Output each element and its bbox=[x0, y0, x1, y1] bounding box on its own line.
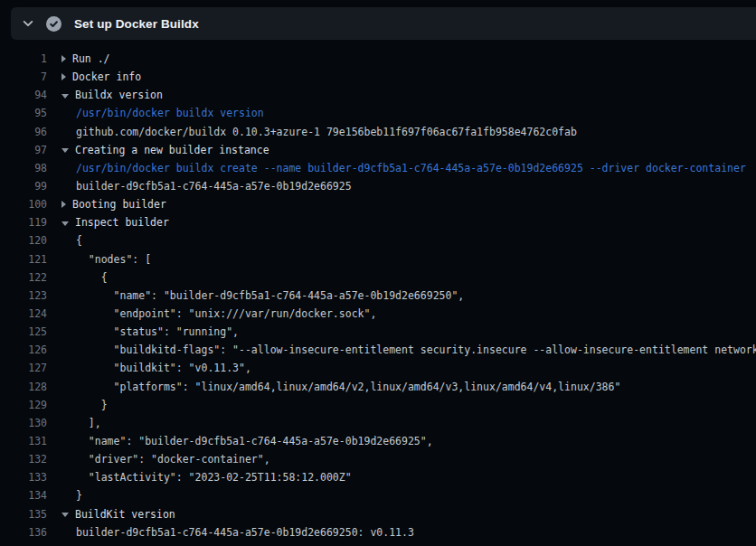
line-number[interactable]: 125 bbox=[0, 323, 47, 341]
line-number[interactable]: 100 bbox=[0, 195, 47, 213]
line-number[interactable]: 131 bbox=[0, 432, 47, 450]
log-group-header[interactable]: BuildKit version bbox=[61, 505, 756, 523]
log-line: 95/usr/bin/docker buildx version bbox=[0, 104, 756, 122]
line-number[interactable]: 119 bbox=[0, 213, 47, 231]
line-number[interactable]: 135 bbox=[0, 505, 47, 523]
triangle-down-icon bbox=[61, 221, 69, 226]
line-number[interactable]: 129 bbox=[0, 396, 47, 414]
line-number[interactable]: 97 bbox=[0, 141, 47, 159]
line-number[interactable]: 134 bbox=[0, 486, 47, 504]
log-group-header[interactable]: Buildx version bbox=[61, 86, 756, 104]
triangle-right-icon bbox=[61, 201, 66, 208]
step-header[interactable]: Set up Docker Buildx bbox=[11, 7, 756, 40]
line-number[interactable]: 121 bbox=[0, 250, 47, 268]
log-line: 96github.com/docker/buildx 0.10.3+azure-… bbox=[0, 123, 756, 141]
log-line: 135BuildKit version bbox=[0, 505, 756, 523]
line-number[interactable]: 130 bbox=[0, 414, 47, 432]
log-output-text: "buildkit": "v0.11.3", bbox=[61, 359, 756, 377]
line-number[interactable]: 123 bbox=[0, 287, 47, 305]
log-output-text: } bbox=[61, 396, 756, 414]
log-group-header[interactable]: Creating a new builder instance bbox=[61, 141, 756, 159]
group-title: Docker info bbox=[72, 68, 141, 86]
triangle-down-icon bbox=[61, 148, 69, 153]
log-output-text: github.com/docker/buildx 0.10.3+azure-1 … bbox=[61, 123, 756, 141]
log-line: 94Buildx version bbox=[0, 86, 756, 104]
line-number[interactable]: 136 bbox=[0, 523, 47, 541]
group-title: Inspect builder bbox=[75, 213, 169, 231]
log-line: 7Docker info bbox=[0, 68, 756, 86]
group-title: Buildx version bbox=[75, 86, 163, 104]
log-group-header[interactable]: Run ./ bbox=[61, 50, 756, 68]
log-line: 127 "buildkit": "v0.11.3", bbox=[0, 359, 756, 377]
log-group-header[interactable]: Booting builder bbox=[61, 195, 756, 213]
log-line: 126 "buildkitd-flags": "--allow-insecure… bbox=[0, 341, 756, 359]
line-number[interactable]: 126 bbox=[0, 341, 47, 359]
line-number[interactable]: 95 bbox=[0, 104, 47, 122]
log: 1Run ./7Docker info94Buildx version95/us… bbox=[0, 50, 756, 541]
group-title: Creating a new builder instance bbox=[75, 141, 269, 159]
log-line: 97Creating a new builder instance bbox=[0, 141, 756, 159]
line-number[interactable]: 7 bbox=[0, 68, 47, 86]
line-number[interactable]: 94 bbox=[0, 86, 47, 104]
log-line: 136builder-d9cfb5a1-c764-445a-a57e-0b19d… bbox=[0, 523, 756, 541]
triangle-down-icon bbox=[61, 513, 69, 517]
log-line: 128 "platforms": "linux/amd64,linux/amd6… bbox=[0, 378, 756, 396]
group-title: Booting builder bbox=[72, 195, 166, 213]
line-number[interactable]: 132 bbox=[0, 450, 47, 468]
log-line: 134} bbox=[0, 486, 756, 504]
triangle-right-icon bbox=[61, 73, 66, 80]
log-output-text: { bbox=[61, 268, 756, 287]
group-title: BuildKit version bbox=[75, 505, 175, 523]
step-title: Set up Docker Buildx bbox=[74, 17, 199, 31]
log-output-text: "driver": "docker-container", bbox=[61, 450, 756, 468]
check-circle-icon bbox=[46, 16, 61, 32]
log-output-text: builder-d9cfb5a1-c764-445a-a57e-0b19d2e6… bbox=[61, 523, 756, 541]
line-number[interactable]: 120 bbox=[0, 231, 47, 249]
log-line: 1Run ./ bbox=[0, 50, 756, 68]
log-line: 131 "name": "builder-d9cfb5a1-c764-445a-… bbox=[0, 432, 756, 450]
line-number[interactable]: 98 bbox=[0, 159, 47, 177]
triangle-down-icon bbox=[61, 94, 69, 99]
log-line: 133 "lastActivity": "2023-02-25T11:58:12… bbox=[0, 468, 756, 486]
log-line: 125 "status": "running", bbox=[0, 323, 756, 341]
log-output-text: builder-d9cfb5a1-c764-445a-a57e-0b19d2e6… bbox=[61, 177, 756, 195]
log-output-text: ], bbox=[61, 414, 756, 432]
log-line: 119Inspect builder bbox=[0, 213, 756, 231]
log-line: 121 "nodes": [ bbox=[0, 250, 756, 268]
line-number[interactable]: 127 bbox=[0, 359, 47, 377]
log-output-text: "lastActivity": "2023-02-25T11:58:12.000… bbox=[61, 468, 756, 486]
log-line: 132 "driver": "docker-container", bbox=[0, 450, 756, 468]
log-line: 124 "endpoint": "unix:///var/run/docker.… bbox=[0, 305, 756, 323]
line-number[interactable]: 124 bbox=[0, 305, 47, 323]
log-output-text: "name": "builder-d9cfb5a1-c764-445a-a57e… bbox=[61, 432, 756, 450]
line-number[interactable]: 99 bbox=[0, 177, 47, 195]
log-command-text: /usr/bin/docker buildx version bbox=[61, 104, 756, 122]
group-title: Run ./ bbox=[72, 50, 110, 68]
log-output-text: "nodes": [ bbox=[61, 250, 756, 268]
log-output-text: } bbox=[61, 486, 756, 504]
line-number[interactable]: 133 bbox=[0, 468, 47, 486]
log-line: 129 } bbox=[0, 396, 756, 414]
triangle-right-icon bbox=[61, 55, 66, 62]
line-number[interactable]: 122 bbox=[0, 268, 47, 287]
log-output-text: "status": "running", bbox=[61, 323, 756, 341]
log-group-header[interactable]: Docker info bbox=[61, 68, 756, 86]
log-output-text: "platforms": "linux/amd64,linux/amd64/v2… bbox=[61, 378, 756, 396]
line-number[interactable]: 128 bbox=[0, 378, 47, 396]
log-output-text: "name": "builder-d9cfb5a1-c764-445a-a57e… bbox=[61, 287, 756, 305]
log-output-text: "buildkitd-flags": "--allow-insecure-ent… bbox=[61, 341, 756, 359]
log-line: 130 ], bbox=[0, 414, 756, 432]
log-line: 123 "name": "builder-d9cfb5a1-c764-445a-… bbox=[0, 287, 756, 305]
line-number[interactable]: 96 bbox=[0, 123, 47, 141]
log-output-text: "endpoint": "unix:///var/run/docker.sock… bbox=[61, 305, 756, 323]
log-line: 100Booting builder bbox=[0, 195, 756, 213]
log-line: 120{ bbox=[0, 231, 756, 249]
log-command-text: /usr/bin/docker buildx create --name bui… bbox=[61, 159, 756, 177]
log-line: 99builder-d9cfb5a1-c764-445a-a57e-0b19d2… bbox=[0, 177, 756, 195]
log-output-text: { bbox=[61, 231, 756, 249]
line-number[interactable]: 1 bbox=[0, 50, 47, 68]
log-line: 98/usr/bin/docker buildx create --name b… bbox=[0, 159, 756, 177]
log-line: 122 { bbox=[0, 268, 756, 287]
log-group-header[interactable]: Inspect builder bbox=[61, 213, 756, 231]
chevron-down-icon[interactable] bbox=[22, 17, 34, 30]
